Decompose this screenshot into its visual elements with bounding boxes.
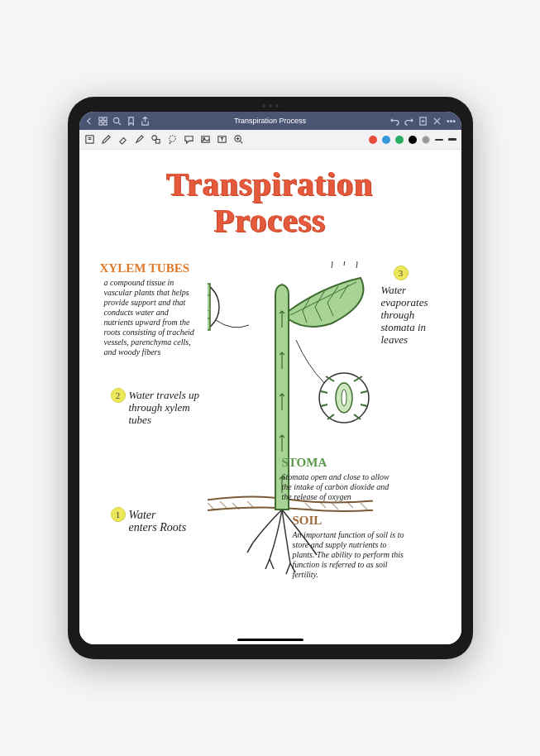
color-swatch-red[interactable] <box>369 136 377 144</box>
step-2-badge: 2 <box>111 388 126 403</box>
svg-line-17 <box>208 503 214 510</box>
desc-xylem: a compound tissue in vascular plants tha… <box>104 278 195 357</box>
camera-bar <box>246 103 295 108</box>
heading-stoma: STOMA <box>282 456 327 470</box>
color-swatch-green[interactable] <box>395 136 404 144</box>
read-mode-icon[interactable] <box>84 134 96 146</box>
note-title-line1: Transpiration <box>166 165 373 203</box>
back-icon[interactable] <box>84 116 94 126</box>
svg-line-18 <box>220 501 227 508</box>
note-title-line2: Process <box>214 201 326 240</box>
heading-soil: SOIL <box>293 514 323 528</box>
share-icon[interactable] <box>141 116 151 126</box>
text-icon[interactable] <box>217 134 228 146</box>
svg-rect-1 <box>103 117 107 120</box>
app-top-toolbar: Transpiration Process <box>79 112 461 130</box>
svg-line-23 <box>332 503 338 510</box>
svg-line-25 <box>361 503 367 510</box>
search-icon[interactable] <box>112 116 122 126</box>
lasso-icon[interactable] <box>167 134 179 146</box>
svg-point-6 <box>447 120 449 122</box>
drawing-toolbar <box>79 130 461 150</box>
svg-rect-29 <box>208 284 210 330</box>
step-3-text: Water evaporates through stomata in leav… <box>381 285 447 347</box>
pen-icon[interactable] <box>101 134 112 146</box>
svg-line-21 <box>305 503 312 510</box>
more-icon[interactable] <box>447 116 456 126</box>
undo-icon[interactable] <box>390 116 400 126</box>
comment-bubble-icon[interactable] <box>184 134 195 146</box>
grid-icon[interactable] <box>98 116 108 126</box>
color-swatch-black[interactable] <box>409 136 417 144</box>
svg-point-7 <box>451 120 452 122</box>
document-title[interactable]: Transpiration Process <box>155 117 386 125</box>
zoom-icon[interactable] <box>233 134 245 146</box>
color-swatch-gray[interactable] <box>422 136 430 144</box>
desc-stoma: Stomata open and close to allow the inta… <box>282 472 394 502</box>
svg-rect-11 <box>156 140 160 144</box>
color-swatch-blue[interactable] <box>382 136 390 144</box>
svg-point-12 <box>170 136 175 141</box>
bookmark-icon[interactable] <box>127 116 136 126</box>
svg-rect-3 <box>103 122 107 125</box>
eraser-icon[interactable] <box>117 134 129 146</box>
step-1-text: Water enters Roots <box>129 509 187 534</box>
heading-xylem: XYLEM TUBES <box>100 261 190 275</box>
home-indicator[interactable] <box>237 639 303 641</box>
stroke-thin[interactable] <box>435 139 443 141</box>
redo-icon[interactable] <box>404 116 414 126</box>
ipad-device-frame: Transpiration Process <box>68 97 473 659</box>
svg-point-4 <box>113 117 118 122</box>
close-icon[interactable] <box>432 116 442 126</box>
svg-point-38 <box>342 390 346 406</box>
image-icon[interactable] <box>200 134 212 146</box>
note-canvas[interactable]: Transpiration Process <box>79 150 461 644</box>
step-2-text: Water travels up through xylem tubes <box>129 390 212 427</box>
shapes-icon[interactable] <box>151 134 162 146</box>
svg-rect-0 <box>99 117 103 120</box>
step-1-badge: 1 <box>111 507 126 522</box>
desc-soil: An important function of soil is to stor… <box>293 530 409 580</box>
svg-point-8 <box>453 120 455 122</box>
stroke-thick[interactable] <box>448 138 456 141</box>
highlighter-icon[interactable] <box>134 134 146 146</box>
screen: Transpiration Process <box>79 112 461 644</box>
svg-rect-2 <box>99 122 103 125</box>
add-page-icon[interactable] <box>418 116 428 126</box>
step-3-badge: 3 <box>394 266 409 280</box>
